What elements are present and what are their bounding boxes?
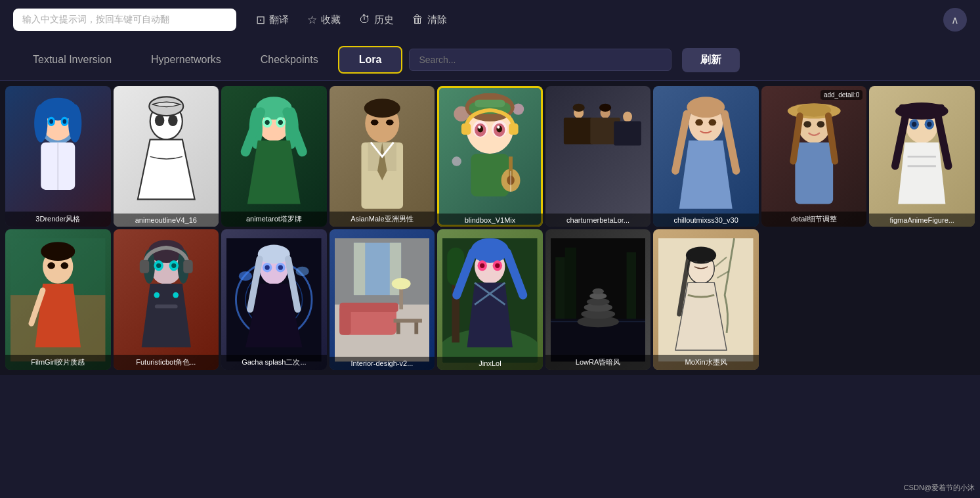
- gallery-item-interior[interactable]: Interior-desigh-v2...: [330, 229, 435, 370]
- svg-rect-44: [461, 123, 471, 134]
- history-button[interactable]: ⏱ 历史: [359, 13, 394, 26]
- tab-checkpoints[interactable]: Checkpoints: [241, 47, 338, 72]
- svg-point-95: [173, 292, 179, 298]
- item-thumbnail: [114, 86, 219, 227]
- item-thumbnail: [653, 229, 759, 370]
- item-thumbnail: [221, 229, 327, 370]
- top-bar: 输入中文提示词，按回车键可自动翻 ⊡ 翻译 ☆ 收藏 ⏱ 历史 🗑 清除 ∧: [0, 0, 980, 39]
- gallery-item-jinxlol[interactable]: JinxLol: [437, 229, 543, 370]
- svg-point-30: [513, 103, 524, 114]
- translate-button[interactable]: ⊡ 翻译: [256, 13, 289, 27]
- gallery-item-label: FilmGirl胶片质感: [5, 355, 111, 370]
- chinese-prompt-input[interactable]: 输入中文提示词，按回车键可自动翻: [13, 9, 236, 31]
- gallery-grid: 3Drender风格 animeoutlineV4_16: [0, 81, 980, 375]
- svg-point-4: [68, 104, 81, 143]
- item-thumbnail: [545, 86, 651, 227]
- tab-bar: Textual Inversion Hypernetworks Checkpoi…: [0, 39, 980, 81]
- svg-rect-114: [396, 323, 400, 334]
- gallery-item-gacha[interactable]: Gacha splash二次...: [221, 229, 327, 370]
- svg-point-93: [171, 263, 176, 267]
- translate-label: 翻译: [269, 14, 289, 26]
- svg-point-67: [803, 121, 811, 127]
- svg-rect-117: [354, 242, 365, 294]
- item-thumbnail: [437, 86, 543, 227]
- clock-icon: ⏱: [359, 13, 370, 26]
- svg-rect-58: [614, 121, 641, 145]
- svg-point-130: [495, 263, 500, 267]
- svg-point-57: [623, 111, 632, 122]
- svg-point-129: [480, 263, 484, 267]
- svg-point-92: [156, 263, 161, 267]
- gallery-item-blindbox[interactable]: blindbox_V1Mix: [437, 86, 543, 227]
- svg-point-28: [386, 120, 394, 125]
- gallery-item-charturner[interactable]: charturnerbetaLor...: [545, 86, 651, 227]
- svg-rect-52: [564, 118, 594, 144]
- item-thumbnail: [330, 229, 435, 370]
- clear-button[interactable]: 🗑 清除: [412, 13, 447, 26]
- gallery-item-label: chilloutmixss30_v30: [653, 214, 759, 227]
- svg-point-8: [62, 119, 66, 124]
- item-thumbnail: [653, 86, 759, 227]
- gallery-item-detail[interactable]: add_detail:0 detail细节调整: [761, 86, 867, 227]
- svg-point-53: [572, 104, 584, 112]
- svg-point-76: [912, 122, 917, 126]
- gallery-item-label: AsianMale亚洲男性: [330, 212, 435, 227]
- svg-point-27: [371, 120, 379, 125]
- gallery-item-label: MoXin水墨风: [653, 355, 759, 370]
- svg-rect-113: [393, 319, 421, 323]
- svg-point-94: [154, 292, 160, 298]
- gallery-item-filmgirl[interactable]: FilmGirl胶片质感: [5, 229, 111, 370]
- svg-point-24: [364, 99, 400, 118]
- gallery-item-animeoutline[interactable]: animeoutlineV4_16: [114, 86, 219, 227]
- favorites-button[interactable]: ☆ 收藏: [307, 13, 341, 27]
- svg-point-14: [168, 114, 177, 125]
- item-thumbnail: [545, 229, 651, 370]
- gallery-item-label: detail细节调整: [761, 212, 867, 227]
- svg-point-106: [265, 265, 270, 269]
- star-icon: ☆: [307, 13, 317, 27]
- item-thumbnail: [221, 86, 327, 227]
- svg-rect-66: [795, 142, 833, 204]
- svg-rect-45: [509, 123, 518, 134]
- gallery-item-label: charturnerbetaLor...: [545, 214, 651, 227]
- item-thumbnail: [761, 86, 867, 227]
- gallery-item-chilloutmix[interactable]: chilloutmixss30_v30: [653, 86, 759, 227]
- trash-icon: 🗑: [412, 13, 423, 26]
- svg-point-22: [278, 120, 283, 124]
- gallery-item-3drender[interactable]: 3Drender风格: [5, 86, 111, 227]
- svg-point-61: [696, 119, 704, 125]
- tab-lora[interactable]: Lora: [338, 46, 403, 74]
- translate-icon: ⊡: [256, 13, 265, 27]
- gallery-item-asianmale[interactable]: AsianMale亚洲男性: [330, 86, 435, 227]
- favorites-label: 收藏: [321, 14, 341, 26]
- gallery-item-animetarot[interactable]: animetarot塔罗牌: [221, 86, 327, 227]
- collapse-button[interactable]: ∧: [943, 8, 967, 32]
- item-badge: add_detail:0: [820, 90, 863, 100]
- search-input[interactable]: [409, 49, 671, 71]
- svg-rect-115: [414, 323, 418, 334]
- gallery-item-label: 3Drender风格: [5, 212, 111, 227]
- history-label: 历史: [374, 14, 394, 26]
- gallery-item-label: blindbox_V1Mix: [437, 214, 543, 227]
- gallery-item-label: LowRA昏暗风: [545, 355, 651, 370]
- svg-point-21: [265, 120, 270, 124]
- svg-point-77: [927, 122, 932, 126]
- svg-point-62: [709, 119, 717, 125]
- gallery-item-moxin[interactable]: MoXin水墨风: [653, 229, 759, 370]
- gallery-item-figma[interactable]: figmaAnimeFigure...: [869, 86, 975, 227]
- svg-point-83: [61, 262, 69, 269]
- svg-point-60: [687, 97, 725, 118]
- svg-point-31: [452, 156, 461, 166]
- tab-hypernetworks[interactable]: Hypernetworks: [131, 47, 241, 72]
- tab-textual-inversion[interactable]: Textual Inversion: [13, 47, 131, 72]
- svg-point-7: [49, 119, 53, 124]
- gallery-item-label: animetarot塔罗牌: [221, 212, 327, 227]
- svg-rect-96: [154, 304, 177, 308]
- gallery-item-futuristicbot[interactable]: Futuristicbot角色...: [114, 229, 219, 370]
- svg-point-68: [817, 121, 824, 127]
- gallery-item-label: animeoutlineV4_16: [114, 214, 219, 227]
- gallery-item-lowra[interactable]: LowRA昏暗风: [545, 229, 651, 370]
- svg-point-42: [478, 125, 480, 128]
- refresh-button[interactable]: 刷新: [682, 48, 740, 72]
- item-thumbnail: [114, 229, 219, 370]
